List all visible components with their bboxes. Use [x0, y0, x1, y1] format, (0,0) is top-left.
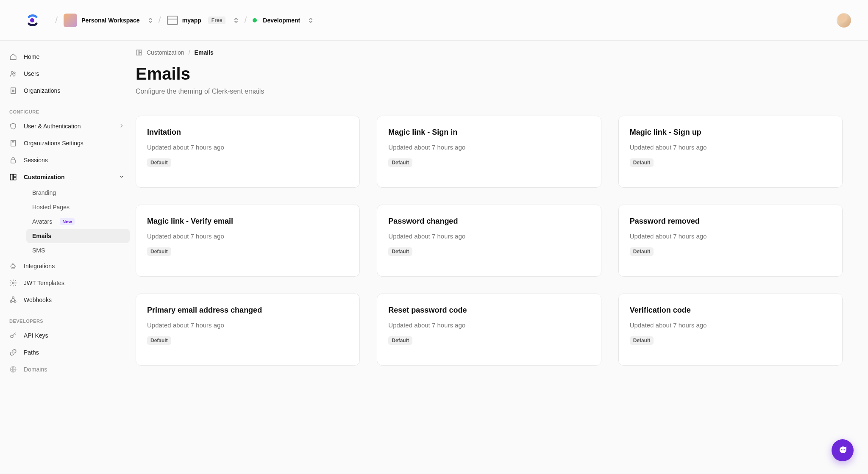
- sidebar-item-sessions[interactable]: Sessions: [6, 152, 130, 169]
- card-updated: Updated about 7 hours ago: [388, 144, 590, 151]
- breadcrumb-root[interactable]: Customization: [147, 49, 184, 56]
- sidebar-sub-hosted-pages[interactable]: Hosted Pages: [26, 200, 130, 214]
- crumb-sep: /: [244, 15, 247, 26]
- svg-point-9: [12, 282, 14, 284]
- default-badge: Default: [630, 158, 654, 167]
- card-title: Magic link - Verify email: [147, 217, 348, 226]
- sidebar-item-paths[interactable]: Paths: [6, 344, 130, 361]
- app-switcher[interactable]: myapp Free: [167, 16, 238, 25]
- main-content: Customization / Emails Emails Configure …: [136, 41, 868, 399]
- default-badge: Default: [147, 336, 171, 345]
- sidebar-sub-emails[interactable]: Emails: [26, 229, 130, 243]
- workspace-name: Personal Workspace: [81, 17, 139, 24]
- card-title: Password removed: [630, 217, 831, 226]
- card-title: Password changed: [388, 217, 590, 226]
- crumb-sep: /: [55, 15, 58, 26]
- default-badge: Default: [147, 247, 171, 256]
- sidebar-item-label: Customization: [24, 174, 64, 180]
- env-switcher[interactable]: Development: [253, 17, 313, 24]
- sidebar-item-domains[interactable]: Domains: [6, 361, 130, 378]
- page-title: Emails: [136, 64, 843, 83]
- sidebar-item-label: Sessions: [24, 157, 48, 164]
- email-template-card[interactable]: InvitationUpdated about 7 hours agoDefau…: [136, 116, 360, 188]
- sidebar-item-customization[interactable]: Customization: [6, 169, 130, 186]
- sidebar-item-home[interactable]: Home: [6, 48, 130, 65]
- email-template-card[interactable]: Password removedUpdated about 7 hours ag…: [618, 205, 843, 277]
- email-template-card[interactable]: Reset password codeUpdated about 7 hours…: [377, 294, 601, 366]
- sidebar-item-label: Organizations: [24, 87, 60, 94]
- globe-icon: [8, 365, 18, 374]
- card-title: Magic link - Sign up: [630, 128, 831, 137]
- sidebar-sub-sms[interactable]: SMS: [26, 243, 130, 258]
- puzzle-icon: [8, 261, 18, 271]
- sidebar-item-webhooks[interactable]: Webhooks: [6, 291, 130, 308]
- email-templates-grid: InvitationUpdated about 7 hours agoDefau…: [136, 116, 843, 366]
- sidebar-item-integrations[interactable]: Integrations: [6, 258, 130, 274]
- card-updated: Updated about 7 hours ago: [147, 233, 348, 240]
- user-avatar[interactable]: [837, 13, 851, 28]
- sidebar-item-label: Branding: [32, 189, 56, 196]
- building-icon: [8, 139, 18, 148]
- svg-rect-8: [14, 177, 16, 180]
- palette-icon: [136, 49, 142, 56]
- sidebar-item-organizations[interactable]: Organizations: [6, 82, 130, 99]
- card-title: Verification code: [630, 306, 831, 315]
- sidebar-sub-branding[interactable]: Branding: [26, 186, 130, 200]
- svg-rect-7: [14, 174, 16, 177]
- sidebar-item-org-settings[interactable]: Organizations Settings: [6, 135, 130, 152]
- palette-icon: [8, 172, 18, 182]
- email-template-card[interactable]: Magic link - Verify emailUpdated about 7…: [136, 205, 360, 277]
- sidebar-item-user-auth[interactable]: User & Authentication: [6, 118, 130, 135]
- svg-rect-17: [139, 53, 142, 55]
- crumb-sep: /: [159, 15, 161, 26]
- card-title: Reset password code: [388, 306, 590, 315]
- plan-badge: Free: [208, 17, 225, 24]
- email-template-card[interactable]: Verification codeUpdated about 7 hours a…: [618, 294, 843, 366]
- sidebar-item-label: Avatars: [32, 218, 52, 225]
- sidebar-item-label: User & Authentication: [24, 123, 81, 130]
- email-template-card[interactable]: Password changedUpdated about 7 hours ag…: [377, 205, 601, 277]
- sidebar-item-label: Webhooks: [24, 297, 52, 303]
- sidebar-item-jwt-templates[interactable]: JWT Templates: [6, 274, 130, 291]
- sidebar-item-label: SMS: [32, 247, 45, 254]
- users-icon: [8, 69, 18, 78]
- chevron-updown-icon: [148, 17, 153, 23]
- sidebar-item-label: Paths: [24, 349, 39, 356]
- page-subtitle: Configure the theming of Clerk-sent emai…: [136, 88, 843, 95]
- section-label-configure: CONFIGURE: [6, 99, 130, 118]
- sidebar-item-label: Hosted Pages: [32, 204, 70, 211]
- app-logo[interactable]: [25, 14, 39, 27]
- sidebar-item-users[interactable]: Users: [6, 65, 130, 82]
- card-updated: Updated about 7 hours ago: [630, 144, 831, 151]
- breadcrumb: Customization / Emails: [136, 49, 843, 56]
- sidebar-item-label: Domains: [24, 366, 47, 373]
- home-icon: [8, 52, 18, 61]
- lock-icon: [8, 155, 18, 165]
- svg-rect-15: [136, 50, 139, 55]
- sidebar-item-label: API Keys: [24, 332, 48, 339]
- card-updated: Updated about 7 hours ago: [388, 233, 590, 240]
- sidebar-item-label: Integrations: [24, 263, 55, 269]
- header-bar: / Personal Workspace / myapp Free / Deve…: [0, 0, 868, 41]
- default-badge: Default: [388, 158, 412, 167]
- card-updated: Updated about 7 hours ago: [147, 322, 348, 329]
- email-template-card[interactable]: Magic link - Sign inUpdated about 7 hour…: [377, 116, 601, 188]
- key-icon: [8, 331, 18, 340]
- card-updated: Updated about 7 hours ago: [630, 322, 831, 329]
- email-template-card[interactable]: Primary email address changedUpdated abo…: [136, 294, 360, 366]
- email-template-card[interactable]: Magic link - Sign upUpdated about 7 hour…: [618, 116, 843, 188]
- sidebar-item-api-keys[interactable]: API Keys: [6, 327, 130, 344]
- card-updated: Updated about 7 hours ago: [147, 144, 348, 151]
- webhook-icon: [8, 295, 18, 305]
- chevron-updown-icon: [309, 17, 313, 23]
- workspace-avatar: [64, 14, 77, 27]
- app-name: myapp: [182, 17, 201, 24]
- sidebar-item-label: JWT Templates: [24, 280, 64, 286]
- sidebar-item-label: Users: [24, 70, 39, 77]
- sidebar-sub-avatars[interactable]: Avatars New: [26, 214, 130, 229]
- workspace-switcher[interactable]: Personal Workspace: [64, 14, 152, 27]
- app-icon: [167, 16, 178, 25]
- building-icon: [8, 86, 18, 95]
- card-title: Invitation: [147, 128, 348, 137]
- chevron-down-icon: [119, 174, 125, 181]
